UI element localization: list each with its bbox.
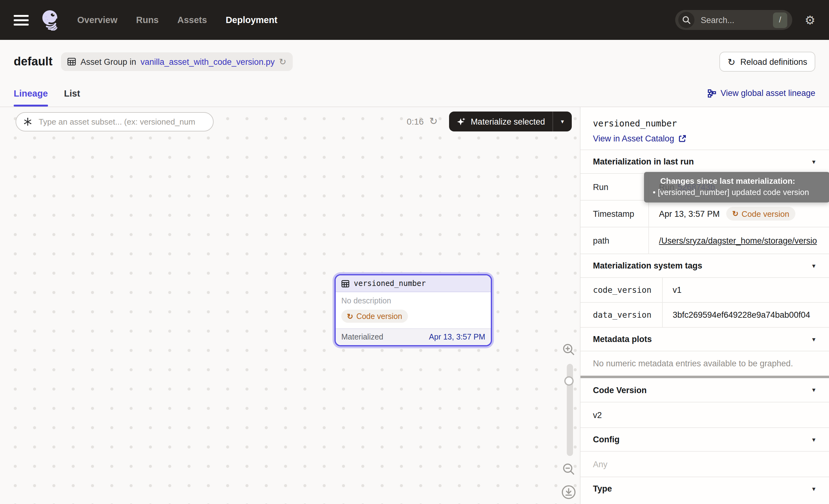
top-nav-bar: Overview Runs Assets Deployment / ⚙ [0, 0, 829, 40]
reload-definitions-button[interactable]: ↻ Reload definitions [719, 52, 815, 72]
materialized-status-label: Materialized [341, 333, 383, 341]
run-label: Run [580, 174, 649, 200]
main-content: 0:16 ↻ Materialize selected [0, 107, 829, 504]
nav-overview[interactable]: Overview [77, 15, 117, 25]
section-type[interactable]: Type ▼ [580, 477, 829, 500]
section-title: Config [593, 435, 620, 444]
asset-subset-filter[interactable] [15, 112, 214, 131]
asset-node-body: No description ↻ Code version [336, 292, 491, 328]
section-materialization-in-last-run[interactable]: Materialization in last run ▼ [580, 149, 829, 173]
zoom-out-button[interactable] [562, 462, 576, 476]
section-title: Metadata plots [593, 334, 652, 344]
download-image-button[interactable] [561, 485, 576, 500]
nav-deployment[interactable]: Deployment [226, 15, 278, 25]
code-version-badge[interactable]: ↻ Code version [726, 207, 795, 220]
refresh-icon[interactable]: ↻ [429, 116, 438, 127]
lineage-graph-icon [708, 89, 716, 98]
chevron-down-icon: ▼ [811, 336, 817, 342]
refresh-timer: 0:16 [407, 116, 424, 127]
asset-group-chip[interactable]: Asset Group in vanilla_asset_with_code_v… [61, 52, 293, 71]
catalog-link-label: View in Asset Catalog [593, 134, 674, 143]
code-version-value-row: v2 [580, 402, 829, 427]
code-version-badge[interactable]: ↻ Code version [341, 310, 408, 323]
code-version-value: v1 [663, 278, 829, 302]
code-version-tag-row: code_version v1 [580, 277, 829, 302]
canvas-toolbar: 0:16 ↻ Materialize selected [15, 111, 572, 132]
asset-node-footer: Materialized Apr 13, 3:57 PM [336, 328, 491, 345]
path-label: path [580, 227, 649, 254]
reload-icon: ↻ [727, 57, 735, 66]
changes-since-materialization-tooltip: Changes since last materialization: [ver… [644, 172, 829, 203]
global-search[interactable]: / [675, 10, 792, 30]
search-icon [678, 12, 694, 28]
group-chip-prefix: Asset Group in [81, 57, 136, 66]
section-config[interactable]: Config ▼ [580, 427, 829, 451]
asset-node-name: versioned_number [354, 279, 426, 288]
tooltip-title: Changes since last materialization: [644, 176, 829, 186]
config-value-row: Any [580, 451, 829, 477]
nav-runs[interactable]: Runs [136, 15, 159, 25]
section-title: Materialization system tags [593, 261, 702, 271]
materialized-time-link[interactable]: Apr 13, 3:57 PM [429, 333, 485, 341]
timestamp-row: Timestamp Apr 13, 3:57 PM ↻ Code version [580, 200, 829, 227]
materialize-dropdown-button[interactable]: ▼ [553, 119, 572, 124]
panel-asset-name: versioned_number [593, 118, 817, 128]
asset-sidebar-panel: versioned_number View in Asset Catalog M… [580, 107, 829, 504]
timestamp-value: Apr 13, 3:57 PM ↻ Code version [649, 201, 829, 227]
topbar-right: / ⚙ [675, 10, 815, 30]
path-value: /Users/sryza/dagster_home/storage/versio [649, 227, 829, 254]
section-title: Type [593, 484, 612, 494]
lineage-canvas[interactable]: 0:16 ↻ Materialize selected [0, 107, 580, 504]
gear-icon[interactable]: ⚙ [805, 14, 815, 26]
group-file-link[interactable]: vanilla_asset_with_code_version.py [140, 57, 275, 66]
asset-subset-input[interactable] [37, 116, 206, 127]
chevron-down-icon: ▼ [811, 485, 817, 492]
code-version-key: code_version [580, 278, 663, 302]
data-version-key: data_version [580, 303, 663, 327]
chevron-down-icon: ▼ [560, 119, 565, 124]
table-grid-icon [68, 57, 76, 66]
path-row: path /Users/sryza/dagster_home/storage/v… [580, 227, 829, 254]
asset-node-description: No description [341, 296, 485, 305]
dagster-logo-icon[interactable] [40, 9, 61, 31]
asset-node-header: versioned_number [336, 275, 491, 292]
sparkle-icon [456, 117, 466, 126]
timestamp-label: Timestamp [580, 201, 649, 227]
main-nav: Overview Runs Assets Deployment [77, 15, 278, 25]
hamburger-menu-icon[interactable] [14, 15, 29, 25]
metadata-plots-empty-message: No numeric metadata entries available to… [580, 351, 829, 376]
zoom-in-button[interactable] [562, 343, 576, 356]
refresh-icon[interactable]: ↻ [279, 57, 286, 66]
view-global-asset-lineage-link[interactable]: View global asset lineage [708, 88, 815, 107]
asset-node-versioned-number[interactable]: versioned_number No description ↻ Code v… [334, 274, 492, 347]
materialize-split-button: Materialize selected ▼ [449, 111, 572, 132]
tab-list[interactable]: List [64, 83, 80, 107]
zoom-slider[interactable] [567, 364, 573, 456]
search-shortcut-key: / [773, 12, 787, 28]
zoom-slider-thumb[interactable] [564, 376, 574, 386]
path-link[interactable]: /Users/sryza/dagster_home/storage/versio [659, 236, 817, 245]
tooltip-item: [versioned_number] updated code version [644, 187, 829, 197]
search-input[interactable] [699, 15, 773, 25]
global-lineage-label: View global asset lineage [721, 88, 815, 98]
dagster-app: Overview Runs Assets Deployment / ⚙ defa… [0, 0, 829, 504]
chevron-down-icon: ▼ [811, 436, 817, 443]
nav-assets[interactable]: Assets [178, 15, 207, 25]
code-version-changed-icon: ↻ [732, 210, 738, 217]
definition-divider [580, 376, 829, 378]
materialize-selected-button[interactable]: Materialize selected [449, 117, 552, 126]
tabs-row: Lineage List View global asset lineage [0, 75, 829, 107]
chevron-down-icon: ▼ [811, 387, 817, 393]
section-code-version[interactable]: Code Version ▼ [580, 378, 829, 402]
reload-definitions-label: Reload definitions [740, 57, 807, 66]
timer-group: 0:16 ↻ [407, 116, 437, 127]
timestamp-text: Apr 13, 3:57 PM [659, 209, 720, 218]
tab-lineage[interactable]: Lineage [14, 83, 48, 107]
code-version-badge-label: Code version [742, 209, 789, 218]
view-in-asset-catalog-link[interactable]: View in Asset Catalog [593, 134, 687, 143]
table-grid-icon [341, 279, 350, 288]
panel-title-block: versioned_number View in Asset Catalog [580, 107, 829, 149]
section-materialization-system-tags[interactable]: Materialization system tags ▼ [580, 254, 829, 277]
section-metadata-plots[interactable]: Metadata plots ▼ [580, 327, 829, 351]
section-title: Materialization in last run [593, 157, 694, 166]
